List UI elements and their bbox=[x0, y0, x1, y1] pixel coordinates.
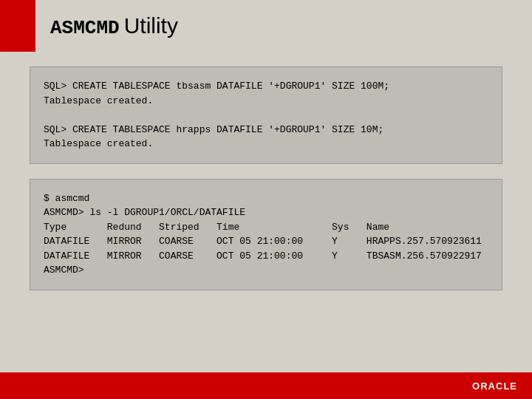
title-asmcmd: ASMCMD bbox=[50, 17, 120, 39]
header: ASMCMD Utility bbox=[0, 0, 532, 52]
content-area: SQL> CREATE TABLESPACE tbsasm DATAFILE '… bbox=[0, 52, 532, 320]
title-area: ASMCMD Utility bbox=[35, 13, 178, 39]
oracle-logo: ORACLE bbox=[472, 381, 517, 392]
code-box-1: SQL> CREATE TABLESPACE tbsasm DATAFILE '… bbox=[30, 66, 502, 164]
code-box-1-text: SQL> CREATE TABLESPACE tbsasm DATAFILE '… bbox=[44, 79, 488, 151]
code-box-2: $ asmcmd ASMCMD> ls -l DGROUP1/ORCL/DATA… bbox=[30, 179, 502, 290]
footer: ORACLE bbox=[0, 372, 532, 399]
red-accent-bar bbox=[0, 0, 35, 52]
title-utility: Utility bbox=[124, 13, 178, 38]
code-box-2-text: $ asmcmd ASMCMD> ls -l DGROUP1/ORCL/DATA… bbox=[44, 191, 488, 278]
